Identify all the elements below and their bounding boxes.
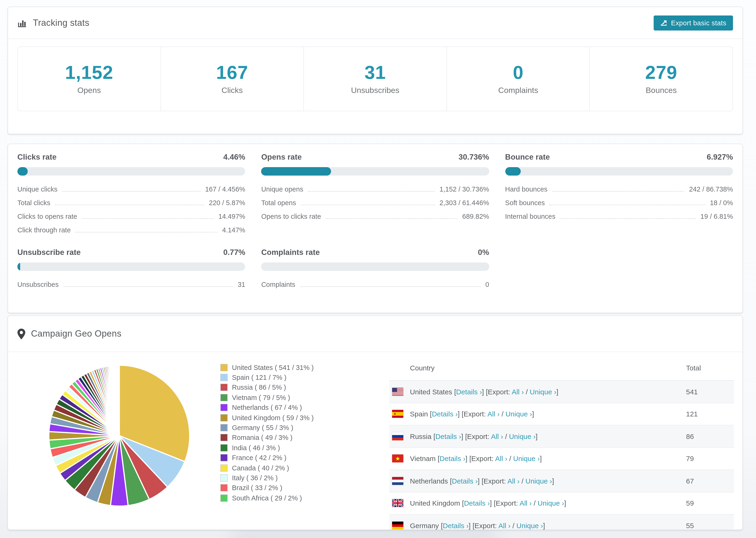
stat-label-clicks: Clicks xyxy=(221,86,243,95)
legend-item-south-africa[interactable]: South Africa ( 29 / 2% ) xyxy=(220,493,382,503)
details-link-vietnam[interactable]: Details › xyxy=(440,455,465,463)
legend-swatch-italy xyxy=(220,474,228,482)
export-unique-link-netherlands[interactable]: Unique › xyxy=(525,477,552,485)
legend-item-india[interactable]: India ( 46 / 3% ) xyxy=(220,443,382,453)
rate-row-value: 0 xyxy=(485,281,489,288)
export-unique-link-russia[interactable]: Unique › xyxy=(509,432,536,440)
export-all-link-russia[interactable]: All › xyxy=(491,432,503,440)
legend-item-spain[interactable]: Spain ( 121 / 7% ) xyxy=(220,372,382,383)
export-all-link-germany[interactable]: All › xyxy=(499,521,511,529)
flag-us-icon xyxy=(392,388,404,396)
country-name: Vietnam xyxy=(410,455,438,463)
rate-title: Opens rate xyxy=(261,153,302,161)
details-link-spain[interactable]: Details › xyxy=(432,410,458,418)
legend-item-france[interactable]: France ( 42 / 2% ) xyxy=(220,453,382,463)
legend-label: Italy ( 36 / 2% ) xyxy=(232,474,278,482)
rate-row-value: 689.82% xyxy=(462,212,489,220)
tracking-stats-card: Tracking stats Export basic stats 1,152O… xyxy=(8,7,743,134)
rate-row-label: Internal bounces xyxy=(505,212,555,220)
legend-item-united-kingdom[interactable]: United Kingdom ( 59 / 3% ) xyxy=(220,413,382,423)
rate-title: Bounce rate xyxy=(505,153,550,161)
details-link-netherlands[interactable]: Details › xyxy=(452,477,477,485)
geo-row-country-cell: United States [Details ›] [Export: All ›… xyxy=(410,388,686,396)
export-unique-link-united-kingdom[interactable]: Unique › xyxy=(538,499,564,507)
flag-es-icon xyxy=(392,410,404,418)
country-name: Russia xyxy=(410,432,433,440)
legend-label: Spain ( 121 / 7% ) xyxy=(232,374,287,381)
export-all-link-united-states[interactable]: All › xyxy=(512,388,524,396)
legend-item-germany[interactable]: Germany ( 55 / 3% ) xyxy=(220,423,382,433)
details-link-united-kingdom[interactable]: Details › xyxy=(464,499,490,507)
export-unique-link-vietnam[interactable]: Unique › xyxy=(513,455,540,463)
progress-track xyxy=(17,262,245,271)
legend-item-brazil[interactable]: Brazil ( 33 / 2% ) xyxy=(220,483,382,493)
legend-swatch-russia xyxy=(220,384,228,391)
geo-opens-pie-chart[interactable] xyxy=(44,360,194,511)
legend-swatch-india xyxy=(220,444,228,452)
dotted-leader xyxy=(63,286,233,287)
rate-row-total-opens: Total opens2,303 / 61.446% xyxy=(261,196,489,209)
country-name: Netherlands xyxy=(410,477,450,485)
legend-item-russia[interactable]: Russia ( 86 / 5% ) xyxy=(220,383,382,393)
legend-label: Romania ( 49 / 3% ) xyxy=(232,434,293,442)
geo-opens-header: Campaign Geo Opens xyxy=(8,316,742,352)
geo-row-total: 55 xyxy=(686,521,729,529)
stat-label-complaints: Complaints xyxy=(498,86,538,95)
rate-rows: Complaints0 xyxy=(261,278,489,291)
details-link-united-states[interactable]: Details › xyxy=(456,388,482,396)
export-all-link-united-kingdom[interactable]: All › xyxy=(519,499,532,507)
dotted-leader xyxy=(552,191,684,191)
pie-slice-other-40[interactable] xyxy=(119,365,119,436)
rate-row-label: Soft bounces xyxy=(505,199,545,206)
legend-item-united-states[interactable]: United States ( 541 / 31% ) xyxy=(220,362,382,372)
rate-row-label: Click through rate xyxy=(17,226,71,234)
slash: / xyxy=(503,432,509,440)
bracket: ] xyxy=(552,477,554,485)
rate-panel-title-row-unsubscribe-rate: Unsubscribe rate0.77% xyxy=(17,248,245,257)
export-unique-link-united-states[interactable]: Unique › xyxy=(530,388,556,396)
flag-vn-icon xyxy=(392,455,404,463)
export-basic-stats-button[interactable]: Export basic stats xyxy=(654,16,733,30)
geo-table-row-germany: Germany [Details ›] [Export: All › / Uni… xyxy=(389,514,734,530)
stat-label-bounces: Bounces xyxy=(646,86,676,95)
details-link-germany[interactable]: Details › xyxy=(443,521,469,529)
export-unique-link-spain[interactable]: Unique › xyxy=(506,410,532,418)
export-prefix: [Export: xyxy=(486,388,512,396)
slash: / xyxy=(507,455,513,463)
stat-box-opens: 1,152Opens xyxy=(18,47,160,111)
dotted-leader xyxy=(301,205,435,205)
legend-swatch-united-kingdom xyxy=(220,414,228,421)
rate-row-label: Unique clicks xyxy=(17,185,58,193)
legend-item-romania[interactable]: Romania ( 49 / 3% ) xyxy=(220,433,382,443)
geo-row-country-cell: Germany [Details ›] [Export: All › / Uni… xyxy=(410,521,686,529)
geo-row-country-cell: Vietnam [Details ›] [Export: All › / Uni… xyxy=(410,455,686,463)
rate-panel-clicks-rate: Clicks rate4.46%Unique clicks167 / 4.456… xyxy=(17,153,245,237)
legend-item-italy[interactable]: Italy ( 36 / 2% ) xyxy=(220,473,382,483)
bracket: [ xyxy=(438,455,440,463)
export-all-link-netherlands[interactable]: All › xyxy=(507,477,519,485)
rate-percent: 0% xyxy=(478,248,489,257)
legend-item-vietnam[interactable]: Vietnam ( 79 / 5% ) xyxy=(220,393,382,403)
rate-panel-complaints-rate: Complaints rate0%Complaints0 xyxy=(261,248,489,291)
export-all-link-vietnam[interactable]: All › xyxy=(495,455,507,463)
rates-grid: Clicks rate4.46%Unique clicks167 / 4.456… xyxy=(8,144,742,291)
bar-chart-icon xyxy=(17,18,27,28)
geo-table-row-spain: Spain [Details ›] [Export: All › / Uniqu… xyxy=(389,403,734,425)
legend-item-canada[interactable]: Canada ( 40 / 2% ) xyxy=(220,463,382,473)
legend-item-netherlands[interactable]: Netherlands ( 67 / 4% ) xyxy=(220,403,382,413)
progress-fill xyxy=(17,167,27,176)
geo-row-total: 67 xyxy=(686,477,729,485)
country-name: Spain xyxy=(410,410,430,418)
geo-row-total: 121 xyxy=(686,410,729,418)
rate-row-value: 4.147% xyxy=(222,226,245,234)
details-link-russia[interactable]: Details › xyxy=(435,432,461,440)
export-all-link-spain[interactable]: All › xyxy=(487,410,500,418)
geo-opens-title: Campaign Geo Opens xyxy=(31,329,121,339)
export-prefix: [Export: xyxy=(469,455,495,463)
rate-row-value: 18 / 0% xyxy=(710,199,733,206)
stat-value-clicks: 167 xyxy=(216,63,248,81)
bracket: ] xyxy=(532,410,534,418)
legend-label: Vietnam ( 79 / 5% ) xyxy=(232,394,290,402)
export-unique-link-germany[interactable]: Unique › xyxy=(516,521,543,529)
bracket: ] xyxy=(543,521,545,529)
